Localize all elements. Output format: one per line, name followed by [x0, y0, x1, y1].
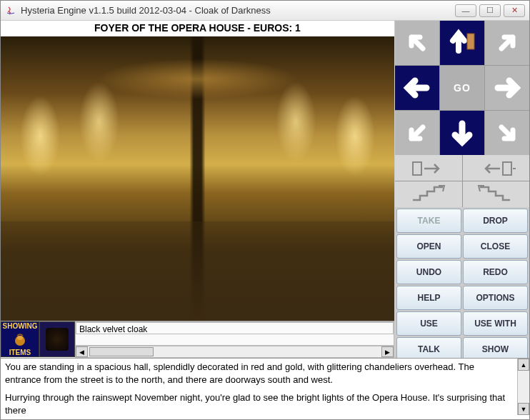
selected-item-label: Black velvet cloak: [76, 322, 394, 334]
action-grid: TAKE DROP OPEN CLOSE UNDO REDO HELP OPTI…: [395, 207, 529, 363]
scene-image: [1, 36, 394, 321]
narrative-text: You are standing in a spacious hall, spl…: [1, 359, 517, 415]
content-area: FOYER OF THE OPERA HOUSE - EUROS: 1 SHOW…: [1, 21, 529, 419]
scroll-up-icon[interactable]: ▲: [518, 359, 529, 371]
showing-items-toggle[interactable]: SHOWING ITEMS: [1, 321, 39, 357]
use-with-button[interactable]: USE WITH: [463, 311, 528, 336]
window-title: Hysteria Engine v1.1.5 build 2012-03-04 …: [21, 5, 455, 16]
narrative-pane: You are standing in a spacious hall, spl…: [1, 358, 529, 415]
maximize-button[interactable]: ☐: [479, 4, 501, 17]
compass-s[interactable]: [440, 111, 484, 155]
scroll-left-icon[interactable]: ◀: [76, 346, 88, 357]
location-header: FOYER OF THE OPERA HOUSE - EUROS: 1: [1, 21, 394, 36]
exit-button[interactable]: [463, 155, 530, 181]
narrative-p1: You are standing in a spacious hall, spl…: [5, 361, 513, 386]
titlebar: Hysteria Engine v1.1.5 build 2012-03-04 …: [1, 1, 529, 21]
stairs-down-button[interactable]: [463, 181, 530, 207]
compass-n[interactable]: [440, 21, 484, 65]
spacer: [5, 386, 513, 391]
compass-se[interactable]: [485, 111, 529, 155]
compass-ne[interactable]: [485, 21, 529, 65]
scroll-down-icon[interactable]: ▼: [518, 403, 529, 415]
close-button[interactable]: ✕: [504, 4, 525, 17]
stairs-up-button[interactable]: [395, 181, 462, 207]
enter-button[interactable]: [395, 155, 462, 181]
scroll-right-icon[interactable]: ▶: [381, 346, 394, 357]
java-icon: [5, 5, 16, 16]
narrative-vscrollbar[interactable]: ▲ ▼: [517, 359, 529, 415]
upper-pane: FOYER OF THE OPERA HOUSE - EUROS: 1 SHOW…: [1, 21, 529, 358]
inventory-scroll-area: Black velvet cloak ◀ ▶: [75, 321, 394, 358]
minimize-button[interactable]: —: [455, 4, 476, 17]
options-button[interactable]: OPTIONS: [463, 286, 528, 310]
svg-rect-3: [413, 162, 421, 175]
move-buttons: [395, 155, 529, 207]
inventory-slot-cloak[interactable]: [39, 321, 75, 357]
right-pane: GO TAKE DROP OPEN CLOSE UN: [395, 21, 529, 358]
app-window: Hysteria Engine v1.1.5 build 2012-03-04 …: [0, 0, 530, 420]
close-action-button[interactable]: CLOSE: [463, 234, 528, 259]
compass-go-button[interactable]: GO: [440, 66, 484, 110]
drop-button[interactable]: DROP: [463, 209, 528, 233]
inventory-bar: SHOWING ITEMS Black velvet cloak ◀: [1, 321, 394, 358]
undo-button[interactable]: UNDO: [396, 260, 461, 284]
open-button[interactable]: OPEN: [396, 234, 461, 259]
help-button[interactable]: HELP: [396, 286, 461, 310]
take-button[interactable]: TAKE: [396, 209, 461, 233]
compass-sw[interactable]: [395, 111, 439, 155]
compass-e[interactable]: [485, 66, 529, 110]
left-pane: FOYER OF THE OPERA HOUSE - EUROS: 1 SHOW…: [1, 21, 395, 358]
svg-point-1: [17, 336, 23, 340]
compass-w[interactable]: [395, 66, 439, 110]
scroll-thumb[interactable]: [89, 347, 154, 356]
compass-nw[interactable]: [395, 21, 439, 65]
inventory-empty-area: Black velvet cloak: [75, 321, 394, 346]
compass-grid: GO: [395, 21, 529, 155]
vscroll-track[interactable]: [518, 371, 529, 403]
redo-button[interactable]: REDO: [463, 260, 528, 284]
backpack-icon: [12, 331, 28, 347]
narrative-p2: Hurrying through the rainswept November …: [5, 391, 513, 415]
showing-label-top: SHOWING: [3, 322, 38, 330]
window-controls: — ☐ ✕: [455, 4, 525, 17]
use-button[interactable]: USE: [396, 311, 461, 336]
showing-label-bottom: ITEMS: [9, 349, 31, 356]
inventory-hscrollbar[interactable]: ◀ ▶: [75, 346, 394, 358]
svg-rect-2: [467, 34, 474, 49]
svg-rect-4: [503, 162, 511, 175]
